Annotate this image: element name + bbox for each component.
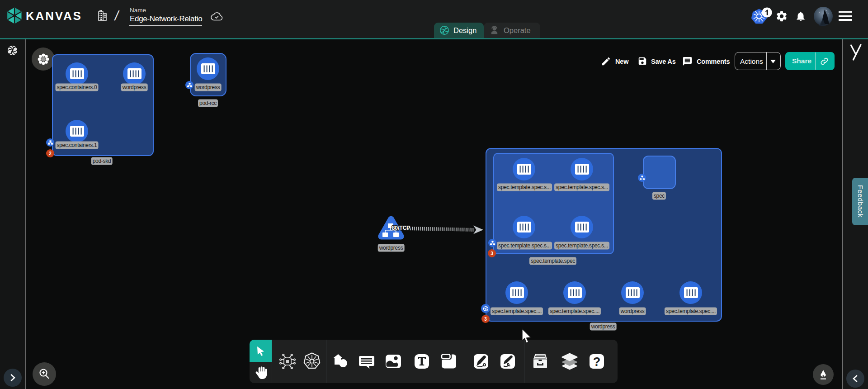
svg-text:80/TCP: 80/TCP [392, 225, 410, 231]
svg-text:?: ? [593, 355, 601, 369]
